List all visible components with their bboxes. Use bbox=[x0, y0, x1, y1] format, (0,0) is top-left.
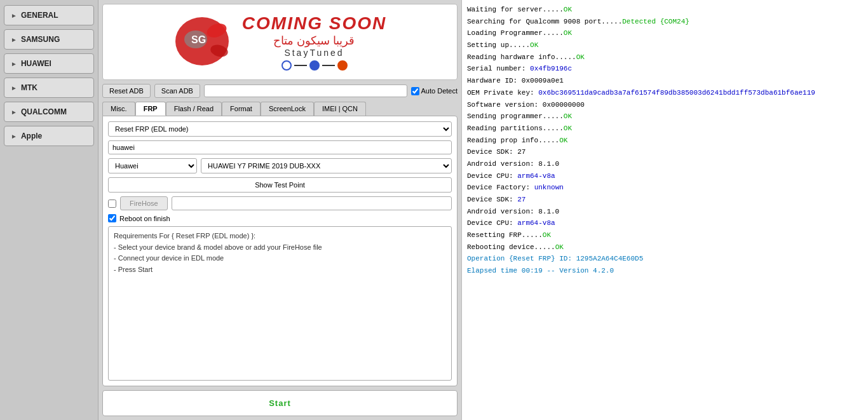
content-area: Reset FRP (EDL mode)Reset FRP (ADB mode)… bbox=[102, 116, 458, 386]
log-entry: Device SDK: 27 bbox=[467, 146, 863, 158]
req-line-3: - Press Start bbox=[114, 264, 446, 276]
sidebar-label: HUAWEI bbox=[21, 59, 51, 68]
sidebar-label: Apple bbox=[21, 132, 42, 140]
auto-detect-label: Auto Detect bbox=[421, 87, 458, 95]
tab-imei_qcn[interactable]: IMEI | QCN bbox=[314, 102, 366, 116]
banner: SG COMING SOON قريبا سيكون متاح StayTune… bbox=[102, 4, 458, 80]
log-entry: Operation {Reset FRP} ID: 1295A2A64C4E60… bbox=[467, 253, 863, 265]
log-entry: Resetting FRP.....OK bbox=[467, 229, 863, 241]
model-dropdown[interactable]: HUAWEI Y7 PRIME 2019 DUB-XXX bbox=[201, 158, 452, 173]
log-entry: Sending programmer.....OK bbox=[467, 111, 863, 123]
sidebar-item-samsung[interactable]: ►SAMSUNG bbox=[4, 29, 94, 50]
port-input[interactable] bbox=[204, 85, 407, 97]
scan-adb-button[interactable]: Scan ADB bbox=[154, 84, 200, 98]
reboot-checkbox[interactable] bbox=[108, 214, 116, 222]
arrow-icon: ► bbox=[11, 36, 17, 43]
svg-text:SG: SG bbox=[191, 34, 206, 45]
toolbar: Reset ADB Scan ADB Auto Detect bbox=[102, 84, 458, 98]
log-entry: Loading Programmer.....OK bbox=[467, 27, 863, 39]
log-entry: OEM Private key: 0x6bc369511da9cadb3a7af… bbox=[467, 87, 863, 99]
stay-tuned-label: StayTuned bbox=[284, 48, 344, 58]
sidebar-item-huawei[interactable]: ►HUAWEI bbox=[4, 53, 94, 74]
log-entry: Rebooting device.....OK bbox=[467, 241, 863, 254]
brand-dropdown[interactable]: HuaweiSamsungXiaomiOppo bbox=[108, 158, 197, 173]
log-entry: Waiting for server.....OK bbox=[467, 4, 863, 16]
search-input[interactable] bbox=[108, 140, 452, 154]
log-entry: Device Factory: unknown bbox=[467, 182, 863, 194]
sidebar-label: QUALCOMM bbox=[21, 107, 67, 116]
log-entry: Device SDK: 27 bbox=[467, 194, 863, 206]
reboot-label: Reboot on finish bbox=[119, 215, 170, 222]
sidebar-label: GENERAL bbox=[21, 11, 58, 20]
sidebar-item-general[interactable]: ►GENERAL bbox=[4, 5, 94, 25]
requirements-box: Requirements For { Reset FRP (EDL mode) … bbox=[108, 226, 452, 381]
reset-adb-button[interactable]: Reset ADB bbox=[102, 84, 151, 98]
reboot-row: Reboot on finish bbox=[108, 214, 452, 222]
log-entry: Android version: 8.1.0 bbox=[467, 206, 863, 218]
line-2 bbox=[322, 65, 335, 66]
start-button[interactable]: Start bbox=[105, 393, 454, 413]
arrow-icon: ► bbox=[11, 133, 17, 140]
log-entry: Device CPU: arm64-v8a bbox=[467, 217, 863, 229]
requirements-title: Requirements For { Reset FRP (EDL mode) … bbox=[114, 231, 446, 242]
arrow-icon: ► bbox=[11, 109, 17, 116]
log-entry: Reading partitions.....OK bbox=[467, 123, 863, 135]
sidebar-label: MTK bbox=[21, 83, 37, 92]
firehose-path-input[interactable] bbox=[172, 196, 452, 210]
main-area: SG COMING SOON قريبا سيكون متاح StayTune… bbox=[98, 0, 461, 420]
brand-model-row: HuaweiSamsungXiaomiOppo HUAWEI Y7 PRIME … bbox=[108, 158, 452, 173]
arrow-icon: ► bbox=[11, 85, 17, 91]
logo: SG bbox=[173, 13, 231, 72]
sidebar-item-qualcomm[interactable]: ►QUALCOMM bbox=[4, 102, 94, 122]
log-entry: Serial number: 0x4fb9196c bbox=[467, 63, 863, 75]
dots-connector bbox=[281, 60, 348, 71]
log-entry: Searching for Qualcomm 9008 port.....Det… bbox=[467, 16, 863, 28]
firehose-row: FireHose bbox=[108, 196, 452, 210]
req-line-2: - Connect your device in EDL mode bbox=[114, 253, 446, 264]
log-panel: Waiting for server.....OKSearching for Q… bbox=[461, 0, 868, 420]
req-line-1: - Select your device brand & model above… bbox=[114, 242, 446, 254]
banner-text: COMING SOON قريبا سيكون متاح StayTuned bbox=[242, 13, 386, 71]
dot-2 bbox=[309, 60, 320, 71]
log-entry: Device CPU: arm64-v8a bbox=[467, 170, 863, 182]
dot-1 bbox=[281, 60, 292, 71]
log-entry: Reading prop info.....OK bbox=[467, 135, 863, 147]
sidebar-item-apple[interactable]: ►Apple bbox=[4, 126, 94, 146]
log-entry: Elapsed time 00:19 -- Version 4.2.0 bbox=[467, 265, 863, 277]
log-entry: Hardware ID: 0x0009a0e1 bbox=[467, 75, 863, 87]
coming-soon-label: COMING SOON bbox=[242, 13, 386, 34]
tabs: Misc.FRPFlash / ReadFormatScreenLockIMEI… bbox=[102, 102, 458, 116]
log-entry: Software version: 0x00000000 bbox=[467, 99, 863, 111]
auto-detect-wrapper: Auto Detect bbox=[411, 87, 458, 95]
sidebar: ►GENERAL►SAMSUNG►HUAWEI►MTK►QUALCOMM►App… bbox=[0, 0, 98, 420]
firehose-checkbox[interactable] bbox=[108, 200, 116, 208]
log-entry: Reading hardware info.....OK bbox=[467, 51, 863, 64]
tab-frp[interactable]: FRP bbox=[135, 102, 166, 116]
show-test-point-button[interactable]: Show Test Point bbox=[108, 177, 452, 193]
arrow-icon: ► bbox=[11, 12, 17, 19]
log-entry: Android version: 8.1.0 bbox=[467, 158, 863, 170]
dot-3 bbox=[337, 60, 348, 71]
mode-dropdown[interactable]: Reset FRP (EDL mode)Reset FRP (ADB mode)… bbox=[108, 121, 452, 137]
sidebar-label: SAMSUNG bbox=[21, 35, 60, 44]
line-1 bbox=[294, 65, 307, 66]
tab-screenlock[interactable]: ScreenLock bbox=[261, 102, 314, 116]
firehose-button[interactable]: FireHose bbox=[120, 196, 168, 210]
auto-detect-checkbox[interactable] bbox=[411, 87, 419, 95]
tab-format[interactable]: Format bbox=[222, 102, 261, 116]
tab-flash_read[interactable]: Flash / Read bbox=[166, 102, 222, 116]
log-entry: Setting up.....OK bbox=[467, 39, 863, 51]
tab-misc[interactable]: Misc. bbox=[102, 102, 135, 116]
start-area: Start bbox=[102, 390, 458, 416]
sidebar-item-mtk[interactable]: ►MTK bbox=[4, 78, 94, 98]
arrow-icon: ► bbox=[11, 60, 17, 67]
arabic-label: قريبا سيكون متاح bbox=[273, 34, 355, 48]
